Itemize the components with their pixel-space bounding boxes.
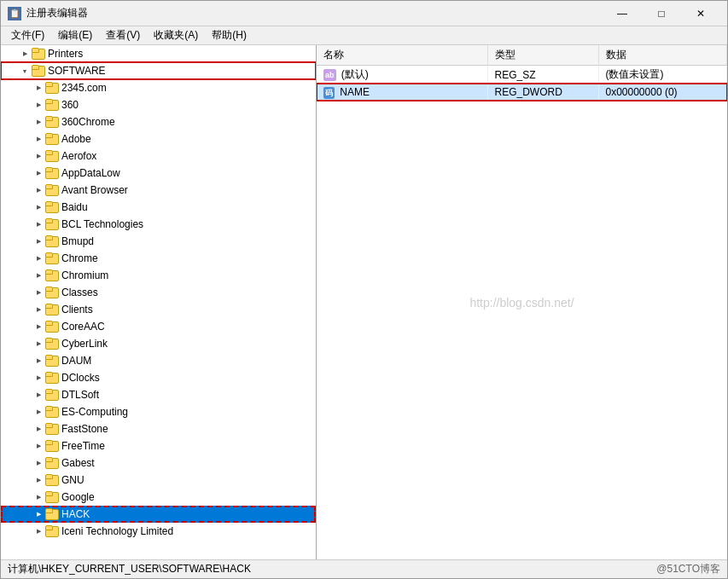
folder-icon-chrome <box>45 252 59 264</box>
value-data-name: 0x00000000 (0) <box>598 84 727 101</box>
folder-icon-chromium <box>45 269 59 281</box>
minimize-button[interactable]: — <box>603 1 642 26</box>
tree-item-avantbrowser[interactable]: Avant Browser <box>1 182 316 199</box>
menu-bar: 文件(F) 编辑(E) 查看(V) 收藏夹(A) 帮助(H) <box>1 26 727 45</box>
expand-icon-printers <box>18 47 32 61</box>
tree-label-2345: 2345.com <box>61 82 107 94</box>
tree-item-dtlsoft[interactable]: DTLSoft <box>1 386 316 403</box>
tree-item-iceni[interactable]: Iceni Technology Limited <box>1 523 316 540</box>
tree-item-dclocks[interactable]: DClocks <box>1 369 316 386</box>
expand-icon-dtlsoft <box>32 388 45 402</box>
folder-icon-printers <box>32 48 45 60</box>
window-icon: 📋 <box>8 7 21 20</box>
col-header-data[interactable]: 数据 <box>598 45 727 66</box>
folder-icon-gnu <box>45 474 59 486</box>
tree-item-chromium[interactable]: Chromium <box>1 267 316 284</box>
tree-item-gnu[interactable]: GNU <box>1 472 316 489</box>
folder-icon-software <box>32 65 45 77</box>
tree-label-daum: DAUM <box>61 355 91 367</box>
tree-label-360chrome: 360Chrome <box>61 116 115 128</box>
expand-icon-avantbrowser <box>32 183 45 197</box>
folder-icon-escomputing <box>45 406 59 418</box>
menu-help[interactable]: 帮助(H) <box>205 26 253 44</box>
tree-item-gabest[interactable]: Gabest <box>1 455 316 472</box>
menu-edit[interactable]: 编辑(E) <box>51 26 99 44</box>
expand-icon-aerofox <box>32 149 45 163</box>
tree-scroll-area: Printers SOFTWARE 2345.com 36 <box>1 45 316 559</box>
tree-label-dclocks: DClocks <box>61 372 100 384</box>
tree-item-360[interactable]: 360 <box>1 96 316 113</box>
expand-icon-360 <box>32 98 45 112</box>
expand-icon-gabest <box>32 456 45 470</box>
value-name-label-default: (默认) <box>341 68 369 80</box>
value-type-name: REG_DWORD <box>487 84 598 101</box>
registry-tree[interactable]: Printers SOFTWARE 2345.com 36 <box>1 45 317 559</box>
expand-icon-360chrome <box>32 115 45 129</box>
value-data-default: (数值未设置) <box>598 66 727 84</box>
tree-label-google: Google <box>61 491 95 503</box>
title-bar: 📋 注册表编辑器 — □ ✕ <box>1 1 727 26</box>
expand-icon-software <box>18 64 32 78</box>
tree-label-bcl: BCL Technologies <box>61 218 143 230</box>
tree-item-2345com[interactable]: 2345.com <box>1 79 316 96</box>
expand-icon-gnu <box>32 473 45 487</box>
tree-label-hack: HACK <box>61 508 90 520</box>
tree-item-appdatalow[interactable]: AppDataLow <box>1 165 316 182</box>
col-header-name[interactable]: 名称 <box>317 45 487 66</box>
tree-label-freetime: FreeTime <box>61 440 105 452</box>
registry-editor-window: 📋 注册表编辑器 — □ ✕ 文件(F) 编辑(E) 查看(V) 收藏夹(A) … <box>0 0 728 579</box>
maximize-button[interactable]: □ <box>642 1 681 26</box>
value-name-name: 码 NAME <box>317 84 487 101</box>
tree-item-bcl[interactable]: BCL Technologies <box>1 216 316 233</box>
tree-label-dtlsoft: DTLSoft <box>61 389 99 401</box>
folder-icon-classes <box>45 287 59 298</box>
folder-icon-adobe <box>45 133 59 145</box>
tree-item-faststone[interactable]: FastStone <box>1 420 316 437</box>
tree-item-hack[interactable]: HACK <box>1 506 316 523</box>
tree-item-printers[interactable]: Printers <box>1 45 316 62</box>
tree-item-chrome[interactable]: Chrome <box>1 250 316 267</box>
tree-item-escomputing[interactable]: ES-Computing <box>1 403 316 420</box>
table-row[interactable]: ab (默认) REG_SZ (数值未设置) <box>317 66 727 84</box>
tree-item-360chrome[interactable]: 360Chrome <box>1 113 316 130</box>
folder-icon-dtlsoft <box>45 389 59 401</box>
folder-icon-aerofox <box>45 150 59 162</box>
expand-icon-dclocks <box>32 371 45 385</box>
tree-item-freetime[interactable]: FreeTime <box>1 437 316 455</box>
tree-label-classes: Classes <box>61 287 98 298</box>
menu-view[interactable]: 查看(V) <box>99 26 147 44</box>
folder-icon-cyberlink <box>45 338 59 350</box>
tree-item-classes[interactable]: Classes <box>1 284 316 301</box>
expand-icon-faststone <box>32 422 45 436</box>
folder-icon-360 <box>45 99 59 111</box>
menu-favorites[interactable]: 收藏夹(A) <box>147 26 205 44</box>
tree-item-google[interactable]: Google <box>1 489 316 506</box>
tree-item-aerofox[interactable]: Aerofox <box>1 148 316 165</box>
folder-icon-daum <box>45 355 59 367</box>
tree-item-software[interactable]: SOFTWARE <box>1 62 316 79</box>
value-name-label-name: NAME <box>340 86 370 98</box>
table-row[interactable]: 码 NAME REG_DWORD 0x00000000 (0) <box>317 84 727 101</box>
tree-label-adobe: Adobe <box>61 133 91 145</box>
registry-values-table[interactable]: http://blog.csdn.net/ 名称 类型 数据 a <box>317 45 727 559</box>
tree-item-cyberlink[interactable]: CyberLink <box>1 335 316 352</box>
reg-icon-dword: 码 <box>323 87 335 99</box>
folder-icon-hack <box>45 508 59 520</box>
tree-item-bmupd[interactable]: Bmupd <box>1 233 316 250</box>
close-button[interactable]: ✕ <box>681 1 720 26</box>
registry-values-panel: http://blog.csdn.net/ 名称 类型 数据 a <box>317 45 727 559</box>
tree-label-360: 360 <box>61 99 79 111</box>
tree-item-adobe[interactable]: Adobe <box>1 130 316 148</box>
tree-item-baidu[interactable]: Baidu <box>1 199 316 216</box>
table-header-row: 名称 类型 数据 <box>317 45 727 66</box>
expand-icon-appdatalow <box>32 166 45 180</box>
col-header-type[interactable]: 类型 <box>487 45 598 66</box>
tree-label-bmupd: Bmupd <box>61 235 94 247</box>
tree-item-coreaac[interactable]: CoreAAC <box>1 318 316 335</box>
folder-icon-clients <box>45 304 59 316</box>
menu-file[interactable]: 文件(F) <box>4 26 51 44</box>
tree-item-clients[interactable]: Clients <box>1 301 316 318</box>
expand-icon-coreaac <box>32 320 45 333</box>
tree-item-daum[interactable]: DAUM <box>1 352 316 369</box>
folder-icon-baidu <box>45 201 59 213</box>
